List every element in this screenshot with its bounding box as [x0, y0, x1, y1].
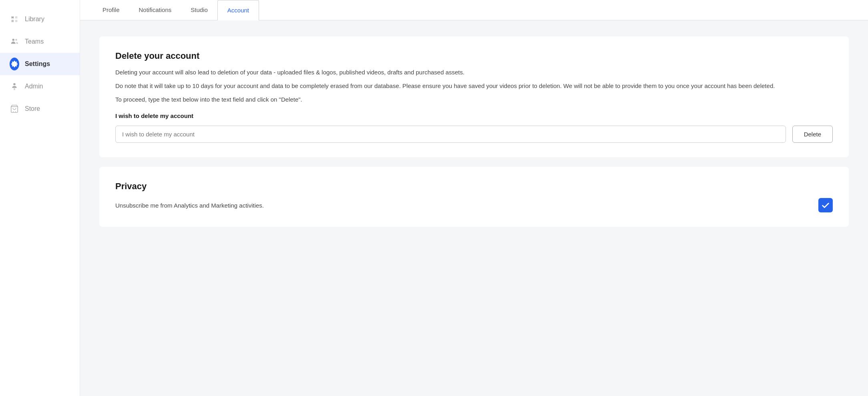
sidebar-item-teams[interactable]: Teams: [0, 30, 80, 53]
tab-notifications[interactable]: Notifications: [129, 0, 181, 20]
privacy-row: Unsubscribe me from Analytics and Market…: [115, 198, 833, 212]
privacy-section-title: Privacy: [115, 181, 833, 192]
unsubscribe-checkbox[interactable]: [818, 198, 833, 212]
svg-point-5: [13, 83, 16, 86]
sidebar: Library Teams Settings: [0, 0, 80, 396]
sidebar-item-library[interactable]: Library: [0, 8, 80, 30]
sidebar-label-store: Store: [25, 105, 40, 112]
library-icon: [10, 14, 19, 24]
privacy-section: Privacy Unsubscribe me from Analytics an…: [99, 167, 849, 227]
svg-rect-6: [14, 88, 15, 90]
sidebar-label-teams: Teams: [25, 38, 44, 45]
content-area: Delete your account Deleting your accoun…: [80, 20, 868, 396]
tabs-bar: Profile Notifications Studio Account: [80, 0, 868, 20]
teams-icon: [10, 37, 19, 46]
tab-account[interactable]: Account: [217, 0, 259, 20]
delete-section-title: Delete your account: [115, 51, 833, 61]
delete-account-section: Delete your account Deleting your accoun…: [99, 36, 849, 157]
svg-point-4: [15, 39, 17, 41]
sidebar-item-store[interactable]: Store: [0, 98, 80, 120]
tab-studio[interactable]: Studio: [181, 0, 217, 20]
svg-point-3: [12, 39, 15, 41]
main-area: Profile Notifications Studio Account Del…: [80, 0, 868, 396]
sidebar-item-admin[interactable]: Admin: [0, 75, 80, 98]
delete-paragraph-3: To proceed, type the text below into the…: [115, 95, 833, 104]
admin-icon: [10, 82, 19, 91]
delete-paragraph-1: Deleting your account will also lead to …: [115, 68, 833, 77]
delete-paragraph-2: Do note that it will take up to 10 days …: [115, 81, 833, 91]
sidebar-item-settings[interactable]: Settings: [0, 53, 80, 75]
delete-button[interactable]: Delete: [792, 126, 833, 143]
svg-point-9: [13, 111, 14, 112]
store-icon: [10, 104, 19, 114]
sidebar-label-library: Library: [25, 16, 44, 23]
svg-rect-1: [12, 20, 14, 22]
delete-input-row: Delete: [115, 126, 833, 143]
settings-icon: [10, 59, 19, 69]
delete-confirm-label: I wish to delete my account: [115, 112, 833, 119]
sidebar-label-admin: Admin: [25, 83, 43, 90]
sidebar-label-settings: Settings: [25, 60, 50, 68]
tab-profile[interactable]: Profile: [93, 0, 129, 20]
delete-confirm-input[interactable]: [115, 126, 786, 143]
unsubscribe-text: Unsubscribe me from Analytics and Market…: [115, 202, 264, 209]
svg-point-10: [15, 111, 16, 112]
